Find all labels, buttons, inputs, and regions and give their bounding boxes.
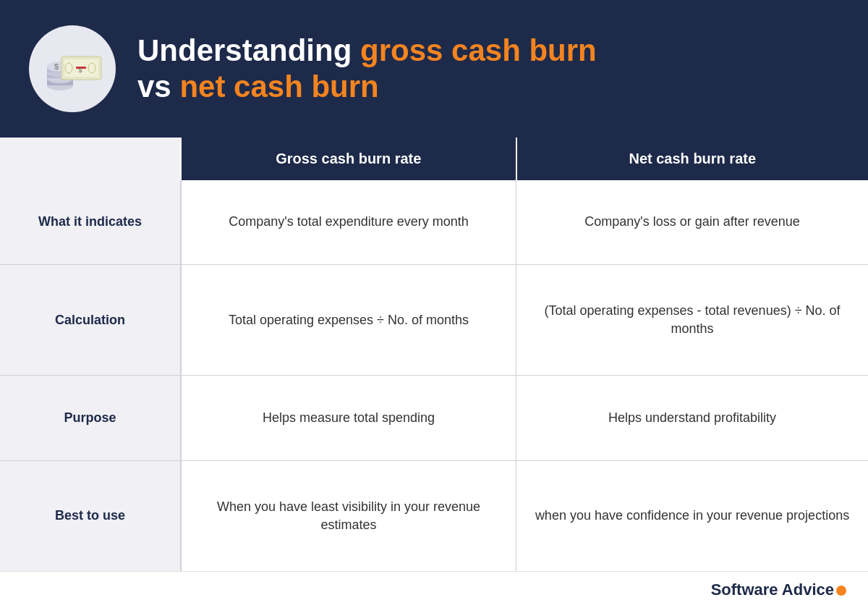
row-2-col2: Helps understand profitability [516, 376, 868, 460]
row-0-col2: Company's loss or gain after revenue [516, 180, 868, 265]
row-1-col2: (Total operating expenses - total revenu… [516, 265, 868, 376]
brand: Software Advice [711, 580, 846, 599]
row-label-3: Best to use [0, 460, 181, 571]
table-row: Best to useWhen you have least visibilit… [0, 460, 868, 571]
row-label-1: Calculation [0, 265, 181, 376]
col2-header: Net cash burn rate [516, 138, 868, 180]
column-header-row: Gross cash burn rate Net cash burn rate [0, 138, 868, 180]
row-1-col1: Total operating expenses ÷ No. of months [181, 265, 516, 376]
row-label-2: Purpose [0, 376, 181, 460]
row-3-col1: When you have least visibility in your r… [181, 460, 516, 571]
header-title: Understanding gross cash burn vs net cas… [137, 33, 597, 106]
table-row: CalculationTotal operating expenses ÷ No… [0, 265, 868, 376]
table-row: PurposeHelps measure total spendingHelps… [0, 376, 868, 460]
col1-header: Gross cash burn rate [181, 138, 516, 180]
svg-text:$: $ [78, 67, 82, 74]
header: $ $ Understanding gross cash burn vs net… [0, 0, 868, 138]
logo-circle: $ $ [29, 25, 116, 112]
comparison-table: Gross cash burn rate Net cash burn rate … [0, 138, 868, 571]
empty-header-cell [0, 138, 181, 180]
table-row: What it indicatesCompany's total expendi… [0, 180, 868, 265]
title-highlight1: gross cash burn [360, 33, 597, 67]
title-part2: vs [137, 69, 179, 104]
row-3-col2: when you have confidence in your revenue… [516, 460, 868, 571]
row-2-col1: Helps measure total spending [181, 376, 516, 460]
svg-text:$: $ [54, 62, 59, 71]
brand-dot [836, 586, 846, 596]
row-0-col1: Company's total expenditure every month [181, 180, 516, 265]
comparison-table-area: Gross cash burn rate Net cash burn rate … [0, 138, 868, 571]
row-label-0: What it indicates [0, 180, 181, 265]
main-container: $ $ Understanding gross cash burn vs net… [0, 0, 868, 608]
title-part1: Understanding [137, 33, 360, 67]
footer: Software Advice [0, 571, 868, 608]
brand-name: Software Advice [711, 580, 834, 599]
title-highlight2: net cash burn [179, 69, 378, 104]
